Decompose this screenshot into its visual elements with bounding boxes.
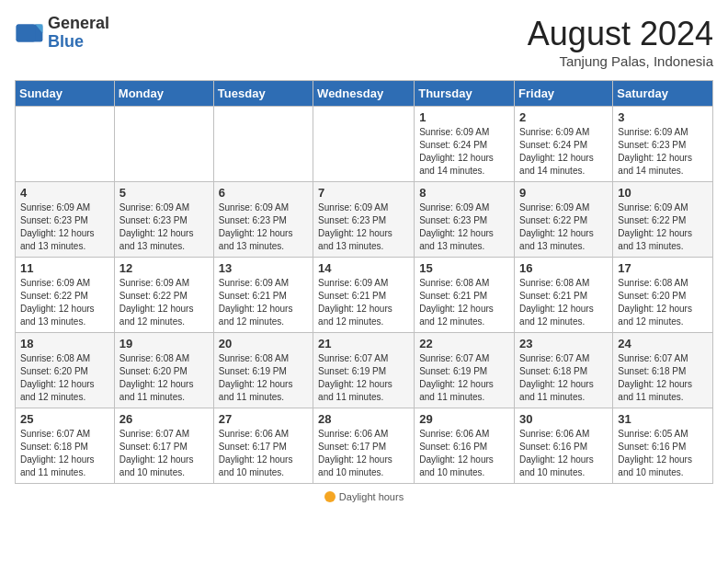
month-title: August 2024 (528, 15, 713, 53)
calendar-cell: 1Sunrise: 6:09 AM Sunset: 6:24 PM Daylig… (415, 107, 515, 182)
calendar-cell: 24Sunrise: 6:07 AM Sunset: 6:18 PM Dayli… (613, 333, 713, 408)
sun-icon (324, 491, 336, 502)
calendar-cell (114, 107, 213, 182)
calendar-day-header: Wednesday (313, 81, 415, 107)
calendar-cell: 8Sunrise: 6:09 AM Sunset: 6:23 PM Daylig… (415, 182, 515, 258)
calendar-cell: 11Sunrise: 6:09 AM Sunset: 6:22 PM Dayli… (16, 258, 115, 333)
calendar-cell: 2Sunrise: 6:09 AM Sunset: 6:24 PM Daylig… (515, 107, 613, 182)
calendar-cell: 7Sunrise: 6:09 AM Sunset: 6:23 PM Daylig… (313, 182, 415, 258)
day-number: 24 (618, 337, 708, 350)
day-number: 31 (618, 412, 708, 426)
day-number: 18 (20, 337, 109, 350)
day-info: Sunrise: 6:09 AM Sunset: 6:22 PM Dayligh… (119, 277, 209, 328)
day-number: 3 (618, 110, 708, 124)
calendar-cell: 20Sunrise: 6:08 AM Sunset: 6:19 PM Dayli… (213, 333, 313, 408)
calendar-week-row: 4Sunrise: 6:09 AM Sunset: 6:23 PM Daylig… (16, 182, 713, 258)
calendar-day-header: Tuesday (213, 81, 313, 107)
day-info: Sunrise: 6:08 AM Sunset: 6:20 PM Dayligh… (20, 352, 109, 404)
day-info: Sunrise: 6:06 AM Sunset: 6:17 PM Dayligh… (219, 428, 308, 479)
logo-text: General Blue (48, 15, 109, 52)
day-number: 8 (419, 186, 509, 200)
day-info: Sunrise: 6:06 AM Sunset: 6:16 PM Dayligh… (419, 428, 509, 479)
day-info: Sunrise: 6:09 AM Sunset: 6:23 PM Dayligh… (219, 201, 308, 253)
day-number: 16 (519, 261, 608, 275)
day-info: Sunrise: 6:08 AM Sunset: 6:21 PM Dayligh… (419, 277, 509, 328)
calendar-cell: 25Sunrise: 6:07 AM Sunset: 6:18 PM Dayli… (16, 408, 115, 484)
calendar-header-row: SundayMondayTuesdayWednesdayThursdayFrid… (16, 81, 713, 107)
footer-label: Daylight hours (324, 491, 404, 502)
calendar-day-header: Saturday (613, 81, 713, 107)
calendar-cell: 21Sunrise: 6:07 AM Sunset: 6:19 PM Dayli… (313, 333, 415, 408)
day-number: 15 (419, 261, 509, 275)
day-number: 25 (20, 412, 109, 426)
day-info: Sunrise: 6:07 AM Sunset: 6:18 PM Dayligh… (519, 352, 608, 404)
day-number: 21 (318, 337, 409, 350)
calendar-week-row: 25Sunrise: 6:07 AM Sunset: 6:18 PM Dayli… (16, 408, 713, 484)
day-info: Sunrise: 6:09 AM Sunset: 6:24 PM Dayligh… (419, 126, 509, 178)
footer-text: Daylight hours (339, 491, 404, 502)
calendar-cell: 10Sunrise: 6:09 AM Sunset: 6:22 PM Dayli… (613, 182, 713, 258)
day-number: 26 (119, 412, 209, 426)
day-info: Sunrise: 6:09 AM Sunset: 6:22 PM Dayligh… (20, 277, 109, 328)
day-info: Sunrise: 6:08 AM Sunset: 6:20 PM Dayligh… (119, 352, 209, 404)
day-number: 22 (419, 337, 509, 350)
day-info: Sunrise: 6:07 AM Sunset: 6:18 PM Dayligh… (618, 352, 708, 404)
day-number: 5 (119, 186, 209, 200)
calendar-day-header: Sunday (16, 81, 115, 107)
day-info: Sunrise: 6:09 AM Sunset: 6:23 PM Dayligh… (318, 201, 409, 253)
day-info: Sunrise: 6:05 AM Sunset: 6:16 PM Dayligh… (618, 428, 708, 479)
footer: Daylight hours (15, 491, 713, 504)
day-info: Sunrise: 6:07 AM Sunset: 6:17 PM Dayligh… (119, 428, 209, 479)
calendar-week-row: 1Sunrise: 6:09 AM Sunset: 6:24 PM Daylig… (16, 107, 713, 182)
day-number: 11 (20, 261, 109, 275)
page-header: General Blue August 2024 Tanjung Palas, … (15, 15, 713, 69)
day-number: 19 (119, 337, 209, 350)
day-number: 12 (119, 261, 209, 275)
day-number: 10 (618, 186, 708, 200)
day-info: Sunrise: 6:07 AM Sunset: 6:18 PM Dayligh… (20, 428, 109, 479)
day-info: Sunrise: 6:06 AM Sunset: 6:17 PM Dayligh… (318, 428, 409, 479)
day-number: 7 (318, 186, 409, 200)
calendar-day-header: Monday (114, 81, 213, 107)
calendar-cell: 30Sunrise: 6:06 AM Sunset: 6:16 PM Dayli… (515, 408, 613, 484)
calendar-cell: 12Sunrise: 6:09 AM Sunset: 6:22 PM Dayli… (114, 258, 213, 333)
day-number: 13 (219, 261, 308, 275)
day-number: 20 (219, 337, 308, 350)
day-number: 1 (419, 110, 509, 124)
calendar-cell (16, 107, 115, 182)
calendar-cell: 27Sunrise: 6:06 AM Sunset: 6:17 PM Dayli… (213, 408, 313, 484)
calendar-day-header: Thursday (415, 81, 515, 107)
calendar-cell: 5Sunrise: 6:09 AM Sunset: 6:23 PM Daylig… (114, 182, 213, 258)
calendar-cell: 18Sunrise: 6:08 AM Sunset: 6:20 PM Dayli… (16, 333, 115, 408)
day-info: Sunrise: 6:09 AM Sunset: 6:23 PM Dayligh… (618, 126, 708, 178)
calendar-week-row: 18Sunrise: 6:08 AM Sunset: 6:20 PM Dayli… (16, 333, 713, 408)
day-number: 2 (519, 110, 608, 124)
title-block: August 2024 Tanjung Palas, Indonesia (528, 15, 713, 69)
day-number: 4 (20, 186, 109, 200)
calendar-cell: 23Sunrise: 6:07 AM Sunset: 6:18 PM Dayli… (515, 333, 613, 408)
day-number: 14 (318, 261, 409, 275)
calendar-cell: 19Sunrise: 6:08 AM Sunset: 6:20 PM Dayli… (114, 333, 213, 408)
svg-rect-2 (17, 24, 36, 41)
day-info: Sunrise: 6:09 AM Sunset: 6:21 PM Dayligh… (318, 277, 409, 328)
calendar-cell: 13Sunrise: 6:09 AM Sunset: 6:21 PM Dayli… (213, 258, 313, 333)
logo: General Blue (15, 15, 109, 52)
day-info: Sunrise: 6:08 AM Sunset: 6:20 PM Dayligh… (618, 277, 708, 328)
day-info: Sunrise: 6:08 AM Sunset: 6:21 PM Dayligh… (519, 277, 608, 328)
day-info: Sunrise: 6:09 AM Sunset: 6:23 PM Dayligh… (419, 201, 509, 253)
calendar-cell: 31Sunrise: 6:05 AM Sunset: 6:16 PM Dayli… (613, 408, 713, 484)
calendar-cell: 14Sunrise: 6:09 AM Sunset: 6:21 PM Dayli… (313, 258, 415, 333)
day-info: Sunrise: 6:06 AM Sunset: 6:16 PM Dayligh… (519, 428, 608, 479)
day-number: 30 (519, 412, 608, 426)
calendar-cell: 22Sunrise: 6:07 AM Sunset: 6:19 PM Dayli… (415, 333, 515, 408)
day-info: Sunrise: 6:08 AM Sunset: 6:19 PM Dayligh… (219, 352, 308, 404)
day-info: Sunrise: 6:07 AM Sunset: 6:19 PM Dayligh… (318, 352, 409, 404)
day-info: Sunrise: 6:09 AM Sunset: 6:22 PM Dayligh… (618, 201, 708, 253)
calendar-table: SundayMondayTuesdayWednesdayThursdayFrid… (15, 80, 713, 484)
day-number: 6 (219, 186, 308, 200)
day-number: 23 (519, 337, 608, 350)
calendar-day-header: Friday (515, 81, 613, 107)
day-number: 29 (419, 412, 509, 426)
calendar-cell: 28Sunrise: 6:06 AM Sunset: 6:17 PM Dayli… (313, 408, 415, 484)
day-number: 28 (318, 412, 409, 426)
